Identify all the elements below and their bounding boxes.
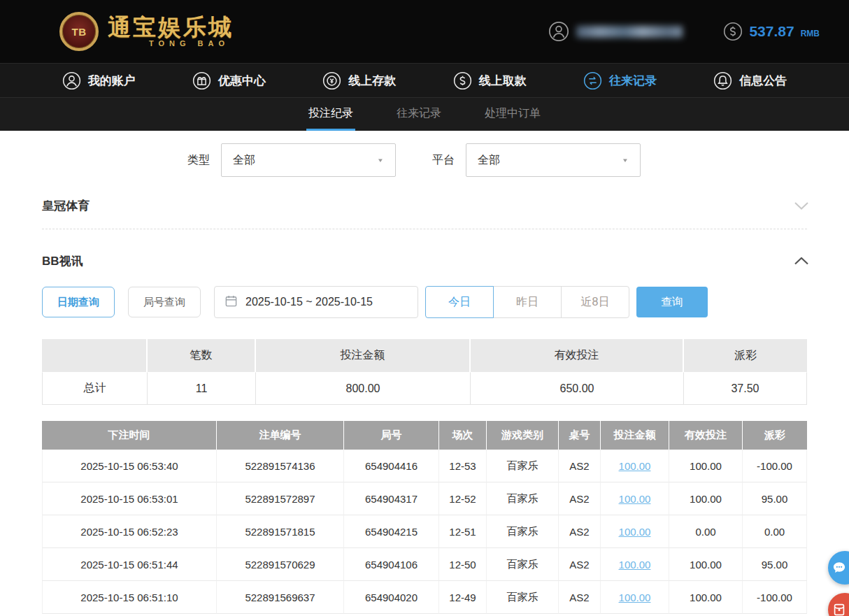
bet-amount-link[interactable]: 100.00	[619, 526, 651, 538]
table-header-row: 下注时间 注单编号 局号 场次 游戏类别 桌号 投注金额 有效投注 派彩	[42, 421, 807, 450]
sub-nav: 投注纪录 往来记录 处理中订单	[0, 97, 849, 131]
cell-valid-bet: 0.00	[669, 515, 743, 548]
summary-header-count: 笔数	[148, 339, 256, 372]
chevron-down-icon: ▼	[377, 157, 384, 164]
summary-total-label: 总计	[42, 372, 148, 405]
nav-item-deposit[interactable]: 线上存款	[322, 71, 396, 90]
balance-box[interactable]: 537.87 RMB	[723, 22, 820, 41]
tab-processing-orders[interactable]: 处理中订单	[483, 98, 543, 131]
cell-round-no: 654904106	[344, 548, 439, 581]
cell-session: 12-53	[439, 450, 487, 482]
near-8-days-button[interactable]: 近8日	[561, 286, 629, 318]
main-nav: 我的账户 优惠中心 线上存款 线上取款	[0, 63, 849, 97]
avatar-icon	[548, 21, 569, 42]
calendar-icon	[224, 294, 238, 310]
section-bb-video[interactable]: BB视讯	[42, 253, 808, 269]
cell-bet-id: 522891572897	[217, 482, 344, 515]
cell-game-type: 百家乐	[487, 581, 559, 614]
header-bet-time: 下注时间	[42, 421, 217, 450]
tab-transaction-records[interactable]: 往来记录	[394, 98, 443, 131]
tab-bet-records[interactable]: 投注纪录	[306, 98, 355, 131]
bet-table-body: 2025-10-15 06:53:40522891574136654904416…	[42, 450, 807, 614]
date-range-input[interactable]: 2025-10-15 ~ 2025-10-15	[214, 286, 418, 318]
platform-select-value: 全部	[478, 153, 500, 168]
cell-round-no: 654904020	[344, 581, 439, 614]
date-query-button[interactable]: 日期查询	[42, 287, 115, 317]
balance-amount: 537.87	[749, 23, 794, 40]
cell-payout: 95.00	[743, 548, 807, 581]
platform-select[interactable]: 全部 ▼	[466, 143, 641, 177]
chevron-down-icon: ▼	[622, 157, 629, 164]
table-row: 2025-10-15 06:53:40522891574136654904416…	[42, 450, 807, 482]
nav-item-promotions[interactable]: 优惠中心	[192, 71, 266, 90]
header-round-no: 局号	[344, 421, 439, 450]
cell-valid-bet: 100.00	[669, 548, 743, 581]
nav-item-label: 我的账户	[88, 73, 136, 89]
cell-table-no: AS2	[559, 548, 601, 581]
cell-session: 12-49	[439, 581, 487, 614]
today-button[interactable]: 今日	[425, 286, 494, 318]
top-header: TB 通宝娱乐城 TONG BAO 537.87 RMB	[0, 0, 849, 63]
cell-payout: 0.00	[743, 515, 807, 548]
balance-currency: RMB	[801, 29, 820, 38]
bell-icon	[713, 71, 732, 90]
header-right: 537.87 RMB	[548, 21, 820, 42]
nav-item-transaction-records[interactable]: 往来记录	[583, 71, 657, 90]
cell-game-type: 百家乐	[487, 482, 559, 515]
cell-payout: 95.00	[743, 482, 807, 515]
gift-icon	[192, 71, 211, 90]
header-valid-bet: 有效投注	[669, 421, 743, 450]
cell-bet-time: 2025-10-15 06:52:23	[42, 515, 217, 548]
summary-header-payout: 派彩	[684, 339, 807, 372]
bet-amount-link[interactable]: 100.00	[619, 559, 651, 571]
site-logo[interactable]: TB 通宝娱乐城 TONG BAO	[59, 12, 234, 51]
bet-amount-link[interactable]: 100.00	[619, 493, 651, 505]
yesterday-button[interactable]: 昨日	[493, 286, 562, 318]
logo-subtitle: TONG BAO	[149, 39, 229, 48]
cell-bet-id: 522891570629	[217, 548, 344, 581]
header-game-type: 游戏类别	[487, 421, 559, 450]
dashed-divider	[42, 229, 807, 229]
nav-item-label: 线上取款	[479, 73, 527, 89]
chevron-up-icon	[794, 255, 808, 268]
header-payout: 派彩	[743, 421, 807, 450]
search-button[interactable]: 查询	[636, 287, 708, 317]
user-box[interactable]	[548, 21, 683, 42]
cell-session: 12-52	[439, 482, 487, 515]
summary-payout-value: 37.50	[684, 372, 807, 405]
round-query-button[interactable]: 局号查询	[128, 287, 201, 317]
transfer-records-icon	[583, 71, 602, 90]
quick-range-group: 今日 昨日 近8日	[425, 286, 629, 318]
cell-bet-amount: 100.00	[601, 581, 669, 614]
nav-item-withdraw[interactable]: 线上取款	[453, 71, 527, 90]
promo-button[interactable]	[828, 593, 849, 616]
header-session: 场次	[439, 421, 487, 450]
summary-header-bet-amount: 投注金额	[256, 339, 471, 372]
bet-amount-link[interactable]: 100.00	[619, 460, 651, 472]
table-row: 2025-10-15 06:51:44522891570629654904106…	[42, 548, 807, 581]
cell-session: 12-51	[439, 515, 487, 548]
live-chat-button[interactable]	[828, 551, 849, 585]
logo-coin-badge: TB	[59, 12, 99, 51]
nav-item-my-account[interactable]: 我的账户	[62, 71, 136, 90]
withdraw-dollar-icon	[453, 71, 472, 90]
table-row: 2025-10-15 06:51:10522891569637654904020…	[42, 581, 807, 614]
logo-title: 通宝娱乐城	[108, 15, 234, 40]
section-title: 皇冠体育	[42, 198, 90, 214]
nav-item-label: 线上存款	[348, 73, 396, 89]
cell-valid-bet: 100.00	[669, 482, 743, 515]
deposit-coin-icon	[322, 71, 341, 90]
cell-game-type: 百家乐	[487, 450, 559, 482]
cell-valid-bet: 100.00	[669, 450, 743, 482]
bet-amount-link[interactable]: 100.00	[619, 592, 651, 603]
logo-text: 通宝娱乐城 TONG BAO	[108, 15, 234, 48]
cell-bet-time: 2025-10-15 06:53:40	[42, 450, 217, 482]
type-select[interactable]: 全部 ▼	[221, 143, 396, 177]
section-title: BB视讯	[42, 253, 83, 269]
summary-header-valid-bet: 有效投注	[471, 339, 684, 372]
bet-records-table: 下注时间 注单编号 局号 场次 游戏类别 桌号 投注金额 有效投注 派彩 202…	[42, 421, 807, 614]
cell-bet-amount: 100.00	[601, 450, 669, 482]
cell-session: 12-50	[439, 548, 487, 581]
section-crown-sports[interactable]: 皇冠体育	[42, 198, 808, 214]
nav-item-announcements[interactable]: 信息公告	[713, 71, 787, 90]
